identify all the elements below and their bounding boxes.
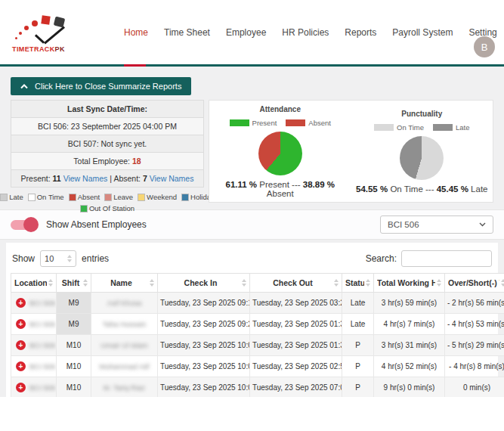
logo-dot — [15, 37, 17, 39]
status-legend-line-1: LateOn TimeAbsentLeaveWeekendHoliday — [11, 193, 204, 201]
sort-icon — [437, 279, 441, 287]
cell-name: Taha Hussain — [91, 314, 158, 335]
nav-payroll-system[interactable]: Payroll System — [392, 27, 453, 38]
cell-name: M. Tariq Riaz — [91, 377, 158, 398]
timetrackpk-logo[interactable]: TIMETRACKPK — [9, 12, 88, 53]
total-employee-row: Total Employee: 18 — [11, 153, 203, 170]
legend-item-leave: Leave — [104, 193, 133, 201]
legend-swatch — [80, 205, 88, 212]
chart-legend-label: On Time — [397, 123, 424, 132]
cell-check-out: Tuesday, 23 Sep 2025 01:31 PM — [250, 335, 342, 356]
punctuality-caption: 54.55 % On Time --- 45.45 % Late — [355, 184, 488, 194]
location-text: BCI 506 — [29, 320, 55, 328]
summarize-collapse-button[interactable]: Click Here to Close Summarize Reports — [11, 77, 191, 95]
show-absent-toggle[interactable] — [11, 220, 36, 230]
table-row: +BCI 506M10Umair Ul IslamTuesday, 23 Sep… — [11, 335, 504, 356]
absent-label: Absent: — [113, 174, 141, 183]
punctuality-chart-title: Punctuality — [355, 110, 488, 118]
sync-summary-box: Last Sync Date/Time: BCI 506: 23 Septemb… — [11, 100, 204, 203]
cell-name: Muhammad Atif — [91, 356, 158, 377]
employee-name: Umair Ul Islam — [100, 341, 147, 349]
punctuality-chart: Punctuality On TimeLate 54.55 % On Time … — [355, 110, 488, 194]
chart-legend-label: Absent — [308, 119, 331, 127]
cell-check-out: Tuesday, 23 Sep 2025 07:00 PM — [250, 377, 342, 398]
legend-swatch — [104, 194, 112, 201]
present-label: Present: — [21, 174, 51, 183]
location-text: BCI 506 — [29, 383, 55, 392]
charts-panel: Attendance PresentAbsent 61.11 % Present… — [209, 100, 493, 203]
branch-select[interactable]: BCI 506 — [380, 216, 493, 234]
present-view-names-link[interactable]: View Names — [63, 174, 108, 183]
col-header-name[interactable]: Name — [91, 274, 158, 293]
logo-checkmark — [44, 26, 65, 44]
expand-row-icon[interactable]: + — [16, 383, 26, 392]
nav-hr-policies[interactable]: HR Policies — [282, 27, 329, 38]
cell-shift: M9 — [57, 314, 91, 335]
cell-total-working-hours: 4 hr(s) 52 min(s) — [374, 356, 445, 377]
employee-name: Muhammad Atif — [100, 362, 150, 371]
sort-icon — [150, 279, 154, 287]
legend-label: On Time — [37, 193, 64, 201]
chart-legend-label: Late — [456, 123, 470, 132]
nav-home[interactable]: Home — [124, 27, 148, 38]
col-header-total-working-hours[interactable]: Total Working Hours — [374, 274, 445, 293]
cell-check-in: Tuesday, 23 Sep 2025 10:00 AM — [158, 335, 250, 356]
chart-swatch — [230, 119, 249, 126]
expand-row-icon[interactable]: + — [16, 361, 26, 371]
cell-status: Late — [342, 314, 374, 335]
expand-row-icon[interactable]: + — [16, 298, 26, 308]
chart-legend-absent: Absent — [286, 119, 331, 127]
legend-label: Late — [9, 193, 23, 201]
cell-total-working-hours: 4 hr(s) 7 min(s) — [374, 314, 445, 335]
cell-check-in: Tuesday, 23 Sep 2025 10:00 AM — [158, 356, 250, 377]
cell-total-working-hours: 3 hr(s) 31 min(s) — [374, 335, 445, 356]
entries-per-page-select[interactable]: 10 — [40, 250, 76, 267]
absent-view-names-link[interactable]: View Names — [150, 174, 194, 183]
cell-status: P — [342, 377, 374, 398]
present-absent-row: Present: 11 View Names | Absent: 7 View … — [11, 170, 203, 187]
location-text: BCI 506 — [29, 362, 55, 371]
cell-total-working-hours: 9 hr(s) 0 min(s) — [374, 377, 445, 398]
nav-employee[interactable]: Employee — [226, 27, 266, 38]
nav-reports[interactable]: Reports — [345, 27, 376, 38]
legend-label: Leave — [113, 193, 133, 201]
cell-location: +BCI 506 — [11, 377, 57, 398]
cell-location: +BCI 506 — [11, 293, 57, 314]
status-legend-line-2: Out Of Station — [11, 204, 204, 212]
sync-table: Last Sync Date/Time: BCI 506: 23 Septemb… — [11, 100, 204, 188]
cell-location: +BCI 506 — [11, 314, 57, 335]
legend-item-out-of-station: Out Of Station — [80, 204, 135, 212]
present-value: 11 — [53, 174, 61, 183]
show-absent-toggle-label: Show Absent Employees — [46, 219, 147, 230]
spinner-arrows-icon — [67, 255, 72, 262]
nav-time-sheet[interactable]: Time Sheet — [164, 27, 210, 38]
cell-total-working-hours: 3 hr(s) 59 min(s) — [374, 293, 445, 314]
expand-row-icon[interactable]: + — [16, 319, 26, 329]
sort-icon — [242, 279, 246, 287]
filter-band: Show Absent Employees BCI 506 — [0, 209, 504, 240]
cell-location: +BCI 506 — [11, 356, 57, 377]
sort-icon — [501, 279, 504, 287]
cell-shift: M9 — [57, 293, 91, 314]
chart-swatch — [433, 124, 453, 131]
cell-check-out: Tuesday, 23 Sep 2025 01:34 PM — [250, 314, 342, 335]
search-input[interactable] — [401, 250, 492, 267]
sort-icon — [83, 279, 88, 287]
total-employee-label: Total Employee: — [73, 157, 130, 166]
col-header-check-in[interactable]: Check In — [158, 274, 250, 293]
employee-table-panel: Show 10 entries Search: LocationShiftNam… — [6, 243, 498, 397]
col-header-shift[interactable]: Shift — [57, 274, 91, 293]
entries-label: entries — [82, 253, 109, 264]
col-header-over-short-time[interactable]: Over/Short(-) Time — [445, 274, 504, 293]
expand-row-icon[interactable]: + — [16, 340, 26, 350]
chevron-up-icon — [20, 84, 28, 89]
col-header-check-out[interactable]: Check Out — [250, 274, 342, 293]
sync-bci506: BCI 506: 23 September 2025 04:00 PM — [11, 118, 203, 135]
col-header-status[interactable]: Status — [342, 274, 374, 293]
chart-legend-on-time: On Time — [374, 123, 424, 132]
cell-over-short: - 4 hr(s) 8 min(s) — [445, 356, 504, 377]
col-header-location[interactable]: Location — [11, 274, 57, 293]
chart-swatch — [374, 124, 394, 131]
user-avatar[interactable]: B — [474, 36, 495, 57]
logo-dot — [32, 20, 38, 26]
